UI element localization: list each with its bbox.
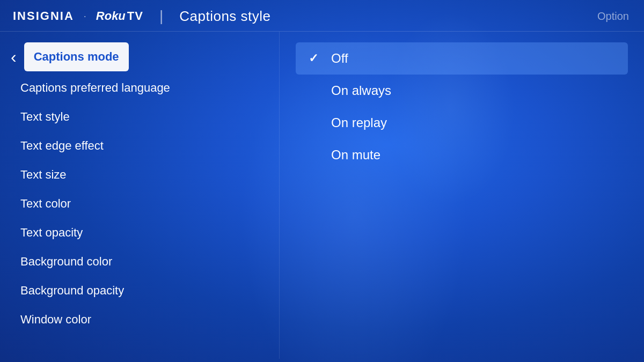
tv-label: TV bbox=[127, 9, 143, 23]
menu-item-background-color[interactable]: Background color bbox=[11, 247, 263, 276]
page-title: Captions style bbox=[179, 8, 270, 25]
header-divider: | bbox=[159, 8, 163, 25]
menu-item-text-size[interactable]: Text size bbox=[11, 160, 263, 189]
brand-roku: Roku TV bbox=[96, 9, 143, 23]
option-on-replay[interactable]: ✓ On replay bbox=[296, 107, 628, 139]
menu-item-text-color[interactable]: Text color bbox=[11, 189, 263, 218]
back-row: ‹ Captions mode bbox=[11, 42, 263, 71]
menu-item-captions-language[interactable]: Captions preferred language bbox=[11, 73, 263, 102]
menu-item-captions-mode[interactable]: Captions mode bbox=[24, 42, 129, 71]
brand-dot: · bbox=[84, 11, 86, 22]
menu-item-window-color[interactable]: Window color bbox=[11, 305, 263, 334]
header: INSIGNIA · Roku TV | Captions style Opti… bbox=[0, 0, 644, 32]
checkmark-off: ✓ bbox=[309, 51, 321, 65]
menu-item-text-opacity[interactable]: Text opacity bbox=[11, 218, 263, 247]
menu-item-text-edge-effect[interactable]: Text edge effect bbox=[11, 131, 263, 160]
header-brand-area: INSIGNIA · Roku TV | Captions style bbox=[13, 8, 271, 25]
left-menu-panel: ‹ Captions mode Captions preferred langu… bbox=[0, 32, 279, 359]
brand-insignia: INSIGNIA bbox=[13, 9, 74, 23]
main-content: ‹ Captions mode Captions preferred langu… bbox=[0, 32, 644, 359]
menu-item-text-style[interactable]: Text style bbox=[11, 102, 263, 131]
right-menu-panel: ✓ Off ✓ On always ✓ On replay ✓ On mute bbox=[279, 32, 644, 359]
option-on-always[interactable]: ✓ On always bbox=[296, 75, 628, 107]
roku-label: Roku bbox=[96, 9, 126, 23]
option-off[interactable]: ✓ Off bbox=[296, 42, 628, 75]
option-on-mute[interactable]: ✓ On mute bbox=[296, 139, 628, 171]
back-arrow[interactable]: ‹ bbox=[11, 48, 17, 65]
header-option: Option bbox=[597, 10, 629, 23]
menu-item-background-opacity[interactable]: Background opacity bbox=[11, 276, 263, 305]
